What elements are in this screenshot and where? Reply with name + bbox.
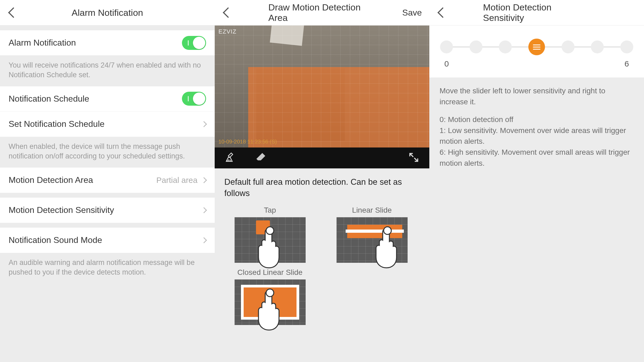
camera-preview[interactable]: EZVIZ 10-09-2018 11:23:56 (S) — [215, 25, 429, 147]
gesture-tap: Tap — [224, 206, 316, 263]
row-value: Partial area — [156, 176, 197, 185]
slider-step-5[interactable] — [591, 40, 604, 53]
draw-motion-area-screen: Draw Motion Detection Area Save EZVIZ 10… — [215, 0, 429, 362]
chevron-right-icon — [201, 121, 207, 127]
desc-line-0: 0: Motion detection off — [440, 114, 634, 125]
row-motion-detection-area[interactable]: Motion Detection Area Partial area — [0, 168, 215, 193]
camera-timestamp: 10-09-2018 11:23:56 (S) — [218, 139, 277, 145]
gesture-label: Linear Slide — [352, 206, 392, 215]
back-icon[interactable] — [437, 7, 448, 18]
slider-step-0[interactable] — [440, 40, 453, 53]
gesture-label: Closed Linear Slide — [237, 268, 303, 277]
row-alarm-notification[interactable]: Alarm Notification — [0, 30, 215, 56]
hand-icon — [373, 226, 402, 269]
slider-step-3[interactable] — [528, 39, 545, 55]
row-set-notification-schedule[interactable]: Set Notification Schedule — [0, 112, 215, 137]
chevron-right-icon — [201, 207, 207, 213]
row-notification-schedule[interactable]: Notification Schedule — [0, 86, 215, 112]
row-notification-sound-mode[interactable]: Notification Sound Mode — [0, 228, 215, 253]
gesture-closed-linear-slide: Closed Linear Slide — [224, 268, 316, 325]
instructions-text: Default full area motion detection. Can … — [215, 168, 429, 203]
desc-line-6: 6: High sensitivity. Movement over small… — [440, 147, 634, 169]
svg-point-0 — [266, 227, 274, 234]
header: Motion Detection Sensitivity — [429, 0, 644, 25]
camera-brand: EZVIZ — [218, 28, 236, 35]
fullscreen-icon[interactable] — [408, 152, 420, 164]
header: Draw Motion Detection Area Save — [215, 0, 429, 25]
row-label: Set Notification Schedule — [9, 119, 105, 129]
header: Alarm Notification — [0, 0, 215, 25]
slider-step-1[interactable] — [470, 40, 482, 53]
slider-step-2[interactable] — [499, 40, 512, 53]
helper-alarm: You will receive notifications 24/7 when… — [0, 56, 215, 86]
slider-step-4[interactable] — [562, 40, 575, 53]
helper-schedule: When enabled, the device will turn the m… — [0, 137, 215, 168]
desc-line-1: 1: Low sensitivity. Movement over wide a… — [440, 125, 634, 147]
row-label: Notification Sound Mode — [9, 235, 102, 245]
hand-icon — [255, 289, 285, 331]
page-title: Motion Detection Sensitivity — [483, 2, 590, 23]
back-icon[interactable] — [8, 7, 19, 18]
gesture-linear-slide: Linear Slide — [326, 206, 418, 263]
row-label: Motion Detection Area — [9, 175, 93, 185]
row-label: Notification Schedule — [9, 94, 89, 104]
chevron-right-icon — [201, 177, 207, 183]
row-label: Alarm Notification — [9, 38, 76, 48]
motion-sensitivity-screen: Motion Detection Sensitivity 0 6 Move th… — [429, 0, 644, 362]
hand-icon — [255, 226, 285, 269]
helper-sound: An audible warning and alarm notificatio… — [0, 253, 215, 362]
desc-intro: Move the slider left to lower sensitivit… — [440, 86, 634, 107]
slider-max-label: 6 — [624, 59, 629, 68]
page-title: Draw Motion Detection Area — [268, 2, 376, 23]
alarm-notification-screen: Alarm Notification Alarm Notification Yo… — [0, 0, 215, 362]
toggle-notification-schedule[interactable] — [182, 92, 206, 106]
svg-point-2 — [266, 289, 274, 296]
page-title: Alarm Notification — [72, 8, 143, 18]
slider-min-label: 0 — [444, 59, 449, 68]
row-label: Motion Detection Sensitivity — [9, 205, 114, 215]
gesture-examples: Tap Linear Slide Closed Linear Slide — [215, 203, 429, 336]
row-motion-detection-sensitivity[interactable]: Motion Detection Sensitivity — [0, 198, 215, 223]
save-button[interactable]: Save — [402, 8, 422, 18]
toggle-alarm-notification[interactable] — [182, 36, 206, 50]
sensitivity-description: Move the slider left to lower sensitivit… — [429, 77, 644, 362]
chevron-right-icon — [201, 237, 207, 243]
sensitivity-slider[interactable]: 0 6 — [429, 25, 644, 77]
draw-toolbar — [215, 147, 429, 168]
gesture-label: Tap — [264, 206, 276, 215]
eraser-icon[interactable] — [255, 152, 267, 164]
clear-icon[interactable] — [224, 152, 236, 164]
slider-step-6[interactable] — [620, 40, 633, 53]
svg-point-1 — [383, 227, 391, 234]
back-icon[interactable] — [223, 7, 233, 18]
